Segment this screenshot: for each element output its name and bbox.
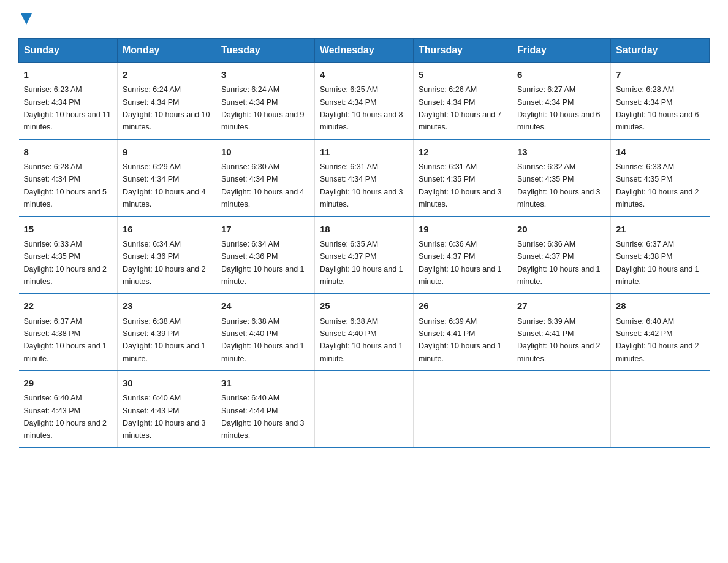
col-friday: Friday (512, 39, 611, 63)
calendar-week-row: 1Sunrise: 6:23 AMSunset: 4:34 PMDaylight… (19, 63, 710, 139)
logo-arrow-icon (20, 12, 33, 26)
calendar-cell: 14Sunrise: 6:33 AMSunset: 4:35 PMDayligh… (611, 139, 710, 216)
day-number: 7 (616, 67, 705, 82)
calendar-cell: 17Sunrise: 6:34 AMSunset: 4:36 PMDayligh… (216, 216, 315, 294)
day-number: 5 (419, 67, 507, 82)
calendar-cell: 24Sunrise: 6:38 AMSunset: 4:40 PMDayligh… (216, 293, 315, 370)
day-number: 6 (517, 67, 605, 82)
day-number: 2 (123, 67, 211, 82)
calendar-cell: 6Sunrise: 6:27 AMSunset: 4:34 PMDaylight… (512, 63, 611, 139)
day-number: 31 (221, 376, 309, 390)
day-number: 4 (320, 67, 408, 82)
col-monday: Monday (118, 39, 216, 63)
logo (18, 12, 33, 28)
day-info: Sunrise: 6:39 AMSunset: 4:41 PMDaylight:… (517, 317, 601, 363)
calendar-cell: 25Sunrise: 6:38 AMSunset: 4:40 PMDayligh… (315, 293, 414, 370)
day-number: 24 (221, 299, 309, 313)
day-info: Sunrise: 6:33 AMSunset: 4:35 PMDaylight:… (24, 240, 107, 286)
day-info: Sunrise: 6:27 AMSunset: 4:34 PMDaylight:… (517, 85, 601, 131)
day-number: 17 (221, 222, 309, 236)
day-number: 23 (123, 299, 211, 313)
day-info: Sunrise: 6:24 AMSunset: 4:34 PMDaylight:… (221, 85, 305, 131)
day-info: Sunrise: 6:34 AMSunset: 4:36 PMDaylight:… (123, 240, 206, 286)
calendar-cell: 10Sunrise: 6:30 AMSunset: 4:34 PMDayligh… (216, 139, 315, 216)
col-wednesday: Wednesday (315, 39, 414, 63)
day-info: Sunrise: 6:26 AMSunset: 4:34 PMDaylight:… (419, 85, 502, 131)
calendar-cell: 22Sunrise: 6:37 AMSunset: 4:38 PMDayligh… (19, 293, 118, 370)
day-info: Sunrise: 6:38 AMSunset: 4:39 PMDaylight:… (123, 317, 206, 363)
calendar-cell: 1Sunrise: 6:23 AMSunset: 4:34 PMDaylight… (19, 63, 118, 139)
calendar-cell: 16Sunrise: 6:34 AMSunset: 4:36 PMDayligh… (118, 216, 216, 294)
col-sunday: Sunday (19, 39, 118, 63)
day-number: 16 (123, 222, 211, 236)
day-number: 28 (616, 299, 705, 313)
day-info: Sunrise: 6:31 AMSunset: 4:34 PMDaylight:… (320, 163, 403, 209)
day-info: Sunrise: 6:38 AMSunset: 4:40 PMDaylight:… (320, 317, 403, 363)
calendar-week-row: 22Sunrise: 6:37 AMSunset: 4:38 PMDayligh… (19, 293, 710, 370)
calendar-week-row: 8Sunrise: 6:28 AMSunset: 4:34 PMDaylight… (19, 139, 710, 216)
day-number: 8 (24, 145, 113, 159)
day-info: Sunrise: 6:36 AMSunset: 4:37 PMDaylight:… (517, 240, 601, 286)
calendar-cell (512, 370, 611, 448)
calendar-cell (414, 370, 512, 448)
calendar-cell: 15Sunrise: 6:33 AMSunset: 4:35 PMDayligh… (19, 216, 118, 294)
day-info: Sunrise: 6:40 AMSunset: 4:44 PMDaylight:… (221, 394, 305, 440)
day-info: Sunrise: 6:38 AMSunset: 4:40 PMDaylight:… (221, 317, 305, 363)
calendar-cell: 26Sunrise: 6:39 AMSunset: 4:41 PMDayligh… (414, 293, 512, 370)
day-number: 11 (320, 145, 408, 159)
day-info: Sunrise: 6:36 AMSunset: 4:37 PMDaylight:… (419, 240, 502, 286)
day-number: 20 (517, 222, 605, 236)
calendar-cell: 18Sunrise: 6:35 AMSunset: 4:37 PMDayligh… (315, 216, 414, 294)
day-number: 13 (517, 145, 605, 159)
calendar-cell: 19Sunrise: 6:36 AMSunset: 4:37 PMDayligh… (414, 216, 512, 294)
calendar-cell (315, 370, 414, 448)
day-info: Sunrise: 6:23 AMSunset: 4:34 PMDaylight:… (24, 85, 111, 131)
day-number: 1 (24, 67, 113, 82)
calendar-cell: 11Sunrise: 6:31 AMSunset: 4:34 PMDayligh… (315, 139, 414, 216)
calendar-cell: 30Sunrise: 6:40 AMSunset: 4:43 PMDayligh… (118, 370, 216, 448)
calendar-cell: 23Sunrise: 6:38 AMSunset: 4:39 PMDayligh… (118, 293, 216, 370)
calendar-cell (611, 370, 710, 448)
day-info: Sunrise: 6:35 AMSunset: 4:37 PMDaylight:… (320, 240, 403, 286)
calendar-cell: 7Sunrise: 6:28 AMSunset: 4:34 PMDaylight… (611, 63, 710, 139)
day-info: Sunrise: 6:40 AMSunset: 4:43 PMDaylight:… (24, 394, 107, 440)
day-number: 3 (221, 67, 309, 82)
calendar-cell: 31Sunrise: 6:40 AMSunset: 4:44 PMDayligh… (216, 370, 315, 448)
day-number: 19 (419, 222, 507, 236)
calendar-table: Sunday Monday Tuesday Wednesday Thursday… (18, 38, 710, 448)
col-thursday: Thursday (414, 39, 512, 63)
calendar-cell: 13Sunrise: 6:32 AMSunset: 4:35 PMDayligh… (512, 139, 611, 216)
day-info: Sunrise: 6:40 AMSunset: 4:43 PMDaylight:… (123, 394, 206, 440)
day-info: Sunrise: 6:30 AMSunset: 4:34 PMDaylight:… (221, 163, 305, 209)
day-info: Sunrise: 6:34 AMSunset: 4:36 PMDaylight:… (221, 240, 305, 286)
day-number: 26 (419, 299, 507, 313)
calendar-week-row: 29Sunrise: 6:40 AMSunset: 4:43 PMDayligh… (19, 370, 710, 448)
day-info: Sunrise: 6:32 AMSunset: 4:35 PMDaylight:… (517, 163, 601, 209)
day-number: 21 (616, 222, 705, 236)
svg-marker-0 (21, 13, 32, 25)
day-info: Sunrise: 6:25 AMSunset: 4:34 PMDaylight:… (320, 85, 403, 131)
calendar-cell: 12Sunrise: 6:31 AMSunset: 4:35 PMDayligh… (414, 139, 512, 216)
calendar-week-row: 15Sunrise: 6:33 AMSunset: 4:35 PMDayligh… (19, 216, 710, 294)
day-info: Sunrise: 6:39 AMSunset: 4:41 PMDaylight:… (419, 317, 502, 363)
calendar-cell: 29Sunrise: 6:40 AMSunset: 4:43 PMDayligh… (19, 370, 118, 448)
day-number: 14 (616, 145, 705, 159)
day-info: Sunrise: 6:37 AMSunset: 4:38 PMDaylight:… (24, 317, 107, 363)
calendar-cell: 27Sunrise: 6:39 AMSunset: 4:41 PMDayligh… (512, 293, 611, 370)
calendar-cell: 9Sunrise: 6:29 AMSunset: 4:34 PMDaylight… (118, 139, 216, 216)
day-info: Sunrise: 6:28 AMSunset: 4:34 PMDaylight:… (24, 163, 107, 209)
day-number: 15 (24, 222, 113, 236)
col-tuesday: Tuesday (216, 39, 315, 63)
calendar-cell: 3Sunrise: 6:24 AMSunset: 4:34 PMDaylight… (216, 63, 315, 139)
day-number: 30 (123, 376, 211, 390)
day-number: 25 (320, 299, 408, 313)
day-info: Sunrise: 6:29 AMSunset: 4:34 PMDaylight:… (123, 163, 206, 209)
calendar-header-row: Sunday Monday Tuesday Wednesday Thursday… (19, 39, 710, 63)
day-number: 18 (320, 222, 408, 236)
calendar-cell: 2Sunrise: 6:24 AMSunset: 4:34 PMDaylight… (118, 63, 216, 139)
page-header (18, 12, 710, 28)
calendar-cell: 21Sunrise: 6:37 AMSunset: 4:38 PMDayligh… (611, 216, 710, 294)
calendar-cell: 28Sunrise: 6:40 AMSunset: 4:42 PMDayligh… (611, 293, 710, 370)
day-info: Sunrise: 6:28 AMSunset: 4:34 PMDaylight:… (616, 85, 699, 131)
day-info: Sunrise: 6:37 AMSunset: 4:38 PMDaylight:… (616, 240, 699, 286)
